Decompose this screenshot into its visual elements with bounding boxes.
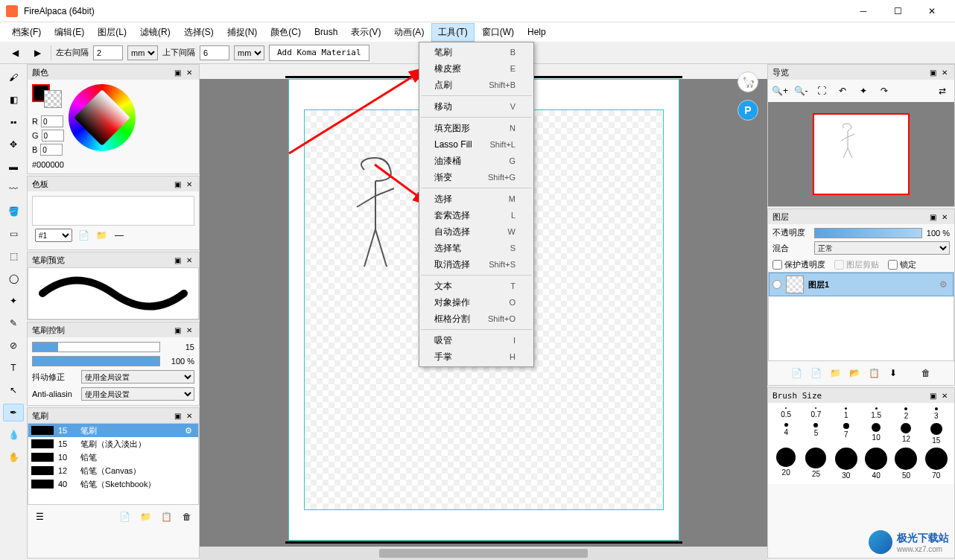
dropdown-item[interactable]: 油漆桶G [419,153,533,169]
brush-size-cell[interactable]: 70 [923,448,950,480]
dropdown-item[interactable]: 移动V [419,98,533,115]
alpaca-badge[interactable]: 🦙 [737,71,758,92]
rotate-left-icon[interactable]: ↶ [834,83,851,99]
undock-icon[interactable]: ▣ [927,67,938,77]
navigator-view[interactable] [768,102,954,206]
brush-size-cell[interactable]: 4 [772,423,799,445]
undock-icon[interactable]: ▣ [172,255,183,265]
layer-list[interactable]: 图层1 ⚙ [768,272,954,361]
menu-layer[interactable]: 图层(L) [92,24,133,41]
tb-unit-select[interactable]: mm [234,45,264,60]
nav-next-button[interactable]: ▶ [28,45,46,60]
dropdown-item[interactable]: 自动选择W [419,223,533,240]
brush-size-cell[interactable]: 12 [892,423,919,445]
new-palette-icon[interactable]: 📄 [77,229,90,242]
brush-size-slider[interactable] [32,342,160,352]
rotate-reset-icon[interactable]: ✦ [854,83,872,99]
delete-icon[interactable]: 🗑 [180,509,194,524]
new-layer2-icon[interactable]: 📄 [808,366,823,381]
bucket-tool[interactable]: 🪣 [3,203,24,220]
pointer-tool[interactable]: ↖ [3,381,24,399]
visibility-toggle[interactable] [772,280,781,289]
dropdown-item[interactable]: 橡皮擦E [419,60,533,77]
undock-icon[interactable]: ▣ [172,410,183,421]
dropdown-item[interactable]: 渐变Shift+G [419,169,533,185]
menu-window[interactable]: 窗口(W) [476,24,520,41]
menu-color[interactable]: 颜色(C) [264,24,307,41]
dropdown-item[interactable]: 取消选择Shift+S [419,256,533,273]
dropdown-item[interactable]: 点刷Shift+B [419,77,533,93]
lr-unit-select[interactable]: mm [127,45,158,60]
pixiv-badge[interactable]: P [737,100,758,121]
brush-opacity-slider[interactable] [32,356,160,366]
tb-spacing-input[interactable] [200,45,229,60]
brush-tool[interactable]: 🖌 [3,69,24,86]
zoom-in-icon[interactable]: 🔍+ [771,83,789,99]
close-panel-icon[interactable]: ✕ [184,325,194,335]
menu-select[interactable]: 选择(S) [178,24,220,41]
r-input[interactable] [41,115,63,127]
brush-size-cell[interactable]: 20 [772,448,799,480]
add-koma-button[interactable]: Add Koma Material [269,45,369,61]
hand-tool[interactable]: ✋ [3,448,24,466]
folder-icon[interactable]: 📁 [138,509,153,524]
eyedropper-tool[interactable]: 💧 [3,426,24,444]
undock-icon[interactable]: ▣ [927,211,938,222]
gradient-tool[interactable]: ▭ [3,225,24,243]
maximize-button[interactable]: ☐ [881,0,915,22]
b-input[interactable] [40,144,63,156]
duplicate-icon[interactable]: 📋 [159,509,174,524]
brush-list-item[interactable]: 15笔刷（淡入淡出） [28,437,198,451]
fill-tool[interactable]: ▬ [3,158,24,176]
dropdown-item[interactable]: 选择M [419,191,533,207]
aa-select[interactable]: 使用全局设置 [81,387,194,401]
brush-size-cell[interactable]: 7 [833,423,860,445]
undock-icon[interactable]: ▣ [927,390,938,401]
brush-size-cell[interactable]: 0.5 [772,407,799,420]
brush-list-item[interactable]: 10铅笔 [28,451,198,464]
brush-size-cell[interactable]: 1.5 [863,407,889,420]
dropdown-item[interactable]: 笔刷B [419,44,533,60]
close-panel-icon[interactable]: ✕ [939,390,950,401]
dropdown-item[interactable]: 对象操作O [419,294,533,311]
dot-tool[interactable]: ▪▪ [3,113,24,131]
select-tool[interactable]: ⬚ [3,247,24,265]
brush-size-cell[interactable]: 50 [892,448,919,480]
divide-tool[interactable]: ✒ [3,404,24,421]
lasso-fill-tool[interactable]: 〰 [3,180,24,198]
brush-size-cell[interactable]: 30 [833,448,860,480]
brush-size-cell[interactable]: 5 [802,423,829,445]
menu-filter[interactable]: 滤镜(R) [134,24,177,41]
dropdown-item[interactable]: Lasso FillShift+L [419,136,533,153]
g-input[interactable] [42,130,64,141]
close-panel-icon[interactable]: ✕ [184,179,194,189]
minimize-button[interactable]: ─ [846,0,881,22]
line-icon[interactable]: — [112,229,126,242]
dropdown-item[interactable]: 填充图形N [419,120,533,136]
protect-alpha-checkbox[interactable]: 保护透明度 [772,259,825,270]
close-panel-icon[interactable]: ✕ [184,410,194,421]
close-panel-icon[interactable]: ✕ [939,67,950,77]
new-group-icon[interactable]: 📁 [828,366,843,381]
palette-area[interactable] [32,196,194,226]
text-tool[interactable]: T [3,359,24,377]
opacity-slider[interactable] [814,228,922,238]
menu-view[interactable]: 表示(V) [345,24,387,41]
horizontal-scrollbar[interactable] [200,547,767,560]
brush-size-cell[interactable]: 3 [923,407,950,420]
brush-size-cell[interactable]: 1 [833,407,860,420]
gear-icon[interactable]: ⚙ [939,279,950,290]
menu-animation[interactable]: 动画(A) [388,24,430,41]
menu-file[interactable]: 档案(F) [6,24,47,41]
color-wheel[interactable] [69,84,136,151]
rotate-right-icon[interactable]: ↷ [875,83,893,99]
close-panel-icon[interactable]: ✕ [939,211,950,222]
folder-icon[interactable]: 📂 [847,366,862,381]
jitter-select[interactable]: 使用全局设置 [81,370,194,384]
nav-prev-button[interactable]: ◀ [6,45,24,60]
dropdown-item[interactable]: 框格分割Shift+O [419,311,533,327]
lr-spacing-input[interactable] [93,45,123,60]
brush-list-item[interactable]: 15笔刷⚙ [28,424,198,437]
dropdown-item[interactable]: 套索选择L [419,207,533,223]
new-brush-icon[interactable]: 📄 [117,509,132,524]
